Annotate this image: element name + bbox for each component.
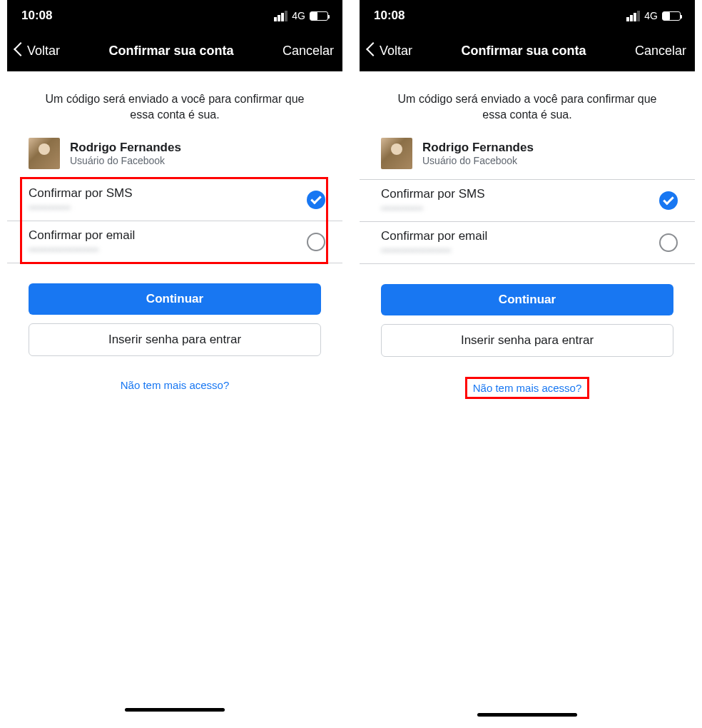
option-email-title: Confirmar por email	[29, 228, 135, 243]
status-right: 4G	[626, 10, 681, 21]
continue-button[interactable]: Continuar	[29, 283, 321, 315]
user-info: Rodrigo Fernandes Usuário do Facebook	[70, 141, 181, 166]
options-list: Confirmar por SMS •••••••••••• Confirmar…	[360, 179, 695, 264]
subtitle: Um código será enviado a você para confi…	[360, 91, 695, 122]
option-sms[interactable]: Confirmar por SMS ••••••••••••	[7, 179, 342, 221]
password-button[interactable]: Inserir senha para entrar	[29, 323, 321, 356]
user-row: Rodrigo Fernandes Usuário do Facebook	[360, 122, 695, 179]
chevron-left-icon	[16, 44, 24, 59]
no-access-link[interactable]: Não tem mais acesso?	[465, 377, 590, 399]
signal-icon	[626, 11, 640, 21]
nav-bar: Voltar Confirmar sua conta Cancelar	[7, 31, 342, 71]
option-sms-title: Confirmar por SMS	[381, 187, 484, 201]
back-label: Voltar	[380, 44, 412, 59]
user-row: Rodrigo Fernandes Usuário do Facebook	[7, 122, 342, 179]
battery-icon	[310, 11, 328, 21]
continue-button[interactable]: Continuar	[381, 284, 673, 315]
option-sms-title: Confirmar por SMS	[29, 186, 132, 201]
user-info: Rodrigo Fernandes Usuário do Facebook	[422, 141, 534, 166]
subtitle: Um código será enviado a você para confi…	[7, 91, 342, 122]
option-sms-value: ••••••••••••	[381, 203, 484, 214]
option-email[interactable]: Confirmar por email ••••••••••••••••••••	[7, 221, 342, 263]
network-label: 4G	[292, 10, 305, 21]
avatar	[29, 138, 60, 169]
user-subtitle: Usuário do Facebook	[422, 155, 534, 166]
signal-icon	[274, 11, 288, 21]
user-subtitle: Usuário do Facebook	[70, 155, 181, 166]
nav-title: Confirmar sua conta	[108, 44, 233, 59]
nav-title: Confirmar sua conta	[461, 44, 586, 59]
battery-icon	[662, 11, 681, 21]
options-list: Confirmar por SMS •••••••••••• Confirmar…	[7, 179, 342, 263]
home-indicator[interactable]	[477, 713, 577, 717]
nav-bar: Voltar Confirmar sua conta Cancelar	[360, 31, 695, 71]
password-button[interactable]: Inserir senha para entrar	[381, 324, 673, 357]
content: Um código será enviado a você para confi…	[360, 71, 695, 399]
network-label: 4G	[644, 10, 658, 21]
radio-unchecked-icon	[307, 233, 325, 251]
option-email-value: ••••••••••••••••••••	[29, 244, 135, 256]
status-bar: 10:08 4G	[7, 0, 342, 31]
buttons: Continuar Inserir senha para entrar Não …	[360, 264, 695, 399]
status-bar: 10:08 4G	[360, 0, 695, 31]
option-email-title: Confirmar por email	[381, 229, 487, 243]
phone-screen-left: 10:08 4G Voltar Confirmar sua conta Canc…	[7, 0, 342, 722]
cancel-button[interactable]: Cancelar	[635, 44, 686, 59]
avatar	[381, 138, 412, 169]
cancel-button[interactable]: Cancelar	[283, 44, 334, 59]
phone-screen-right: 10:08 4G Voltar Confirmar sua conta Canc…	[360, 0, 695, 722]
chevron-left-icon	[368, 44, 377, 59]
back-label: Voltar	[27, 44, 60, 59]
content: Um código será enviado a você para confi…	[7, 71, 342, 394]
user-name: Rodrigo Fernandes	[422, 141, 534, 155]
radio-unchecked-icon	[659, 233, 678, 252]
radio-checked-icon	[307, 191, 325, 209]
status-time: 10:08	[21, 9, 52, 23]
back-button[interactable]: Voltar	[16, 44, 60, 59]
home-indicator[interactable]	[125, 708, 225, 712]
radio-checked-icon	[659, 191, 678, 210]
no-access-link[interactable]: Não tem mais acesso?	[115, 376, 235, 394]
option-email-value: ••••••••••••••••••••	[381, 245, 487, 256]
option-email[interactable]: Confirmar por email ••••••••••••••••••••	[360, 222, 695, 264]
user-name: Rodrigo Fernandes	[70, 141, 181, 155]
status-time: 10:08	[374, 9, 405, 23]
option-sms[interactable]: Confirmar por SMS ••••••••••••	[360, 179, 695, 222]
buttons: Continuar Inserir senha para entrar Não …	[7, 263, 342, 394]
status-right: 4G	[274, 10, 328, 21]
back-button[interactable]: Voltar	[368, 44, 412, 59]
option-sms-value: ••••••••••••	[29, 202, 132, 213]
